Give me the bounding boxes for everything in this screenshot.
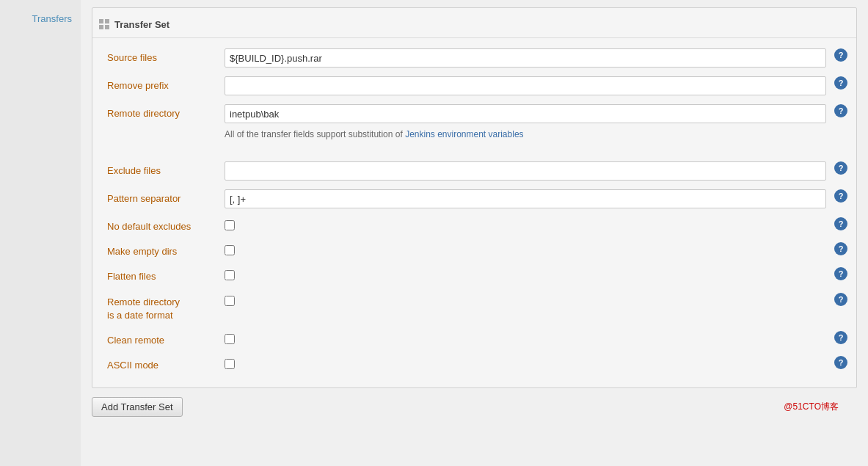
svg-rect-1 <box>105 19 109 23</box>
watermark: @51CTO博客 <box>784 401 846 413</box>
bottom-bar: Add Transfer Set @51CTO博客 <box>92 388 857 423</box>
make-empty-dirs-label: Make empty dirs <box>107 242 225 258</box>
exclude-files-help-icon[interactable]: ? <box>834 161 847 175</box>
info-text-row: All of the transfer fields support subst… <box>92 128 856 151</box>
no-default-excludes-help-icon[interactable]: ? <box>834 217 847 230</box>
exclude-files-control <box>225 161 828 181</box>
info-text-prefix: All of the transfer fields support subst… <box>225 129 405 139</box>
no-default-excludes-checkbox[interactable] <box>225 220 235 230</box>
pattern-separator-label: Pattern separator <box>107 189 225 205</box>
flatten-files-checkbox[interactable] <box>225 270 235 280</box>
clean-remote-help-icon[interactable]: ? <box>834 331 847 344</box>
flatten-files-control <box>225 267 828 280</box>
remove-prefix-help-icon[interactable]: ? <box>834 76 847 90</box>
pattern-separator-control <box>225 189 828 208</box>
remote-dir-date-control <box>225 293 828 306</box>
ascii-mode-control <box>225 356 828 369</box>
source-files-control <box>225 48 828 68</box>
flatten-files-help-icon[interactable]: ? <box>834 267 847 280</box>
flatten-files-row: Flatten files ? <box>92 263 856 288</box>
remote-directory-row: Remote directory ? <box>92 100 856 128</box>
exclude-files-row: Exclude files ? <box>92 157 856 185</box>
panel-header: Transfer Set <box>92 15 856 38</box>
ascii-mode-label: ASCII mode <box>107 356 225 372</box>
clean-remote-checkbox[interactable] <box>225 334 235 344</box>
remove-prefix-row: Remove prefix ? <box>92 72 856 100</box>
make-empty-dirs-row: Make empty dirs ? <box>92 238 856 263</box>
svg-rect-2 <box>99 25 103 29</box>
main-content: Transfer Set Source files ? Remove prefi… <box>81 0 868 466</box>
panel-header-icon <box>98 18 110 30</box>
pattern-separator-row: Pattern separator ? <box>92 185 856 213</box>
clean-remote-label: Clean remote <box>107 331 225 347</box>
remote-directory-control <box>225 104 828 123</box>
remove-prefix-label: Remove prefix <box>107 76 225 92</box>
ascii-mode-checkbox[interactable] <box>225 359 235 369</box>
source-files-label: Source files <box>107 48 225 65</box>
remove-prefix-input[interactable] <box>225 76 826 95</box>
no-default-excludes-control <box>225 217 828 230</box>
remote-dir-date-row: Remote directory is a date format ? <box>92 288 856 327</box>
source-files-input[interactable] <box>225 48 826 68</box>
panel-title: Transfer Set <box>114 19 169 30</box>
remote-dir-date-checkbox[interactable] <box>225 296 235 306</box>
pattern-separator-help-icon[interactable]: ? <box>834 189 847 203</box>
jenkins-env-vars-link[interactable]: Jenkins environment variables <box>405 129 523 139</box>
exclude-files-label: Exclude files <box>107 161 225 178</box>
source-files-row: Source files ? <box>92 44 856 72</box>
svg-rect-0 <box>99 19 103 23</box>
svg-rect-3 <box>105 25 109 29</box>
make-empty-dirs-checkbox[interactable] <box>225 245 235 255</box>
make-empty-dirs-control <box>225 242 828 255</box>
remote-dir-date-label: Remote directory is a date format <box>107 293 225 322</box>
clean-remote-row: Clean remote ? <box>92 327 856 352</box>
exclude-files-input[interactable] <box>225 161 826 181</box>
no-default-excludes-row: No default excludes ? <box>92 213 856 238</box>
transfer-set-panel: Transfer Set Source files ? Remove prefi… <box>92 7 857 388</box>
add-transfer-set-button[interactable]: Add Transfer Set <box>92 397 183 417</box>
flatten-files-label: Flatten files <box>107 267 225 283</box>
sidebar: Transfers <box>0 0 81 466</box>
info-text: All of the transfer fields support subst… <box>225 128 826 139</box>
remote-directory-input[interactable] <box>225 104 826 123</box>
remote-dir-date-label-line1: Remote directory <box>107 296 225 309</box>
info-spacer <box>107 128 225 131</box>
remote-dir-date-label-line2: is a date format <box>107 309 225 322</box>
pattern-separator-input[interactable] <box>225 189 826 208</box>
remote-directory-help-icon[interactable]: ? <box>834 104 847 117</box>
ascii-mode-help-icon[interactable]: ? <box>834 356 847 369</box>
remote-directory-label: Remote directory <box>107 104 225 120</box>
remove-prefix-control <box>225 76 828 95</box>
sidebar-transfers-label: Transfers <box>32 13 72 24</box>
no-default-excludes-label: No default excludes <box>107 217 225 233</box>
make-empty-dirs-help-icon[interactable]: ? <box>834 242 847 255</box>
source-files-help-icon[interactable]: ? <box>834 48 847 62</box>
ascii-mode-row: ASCII mode ? <box>92 352 856 376</box>
remote-dir-date-help-icon[interactable]: ? <box>834 293 847 306</box>
clean-remote-control <box>225 331 828 344</box>
